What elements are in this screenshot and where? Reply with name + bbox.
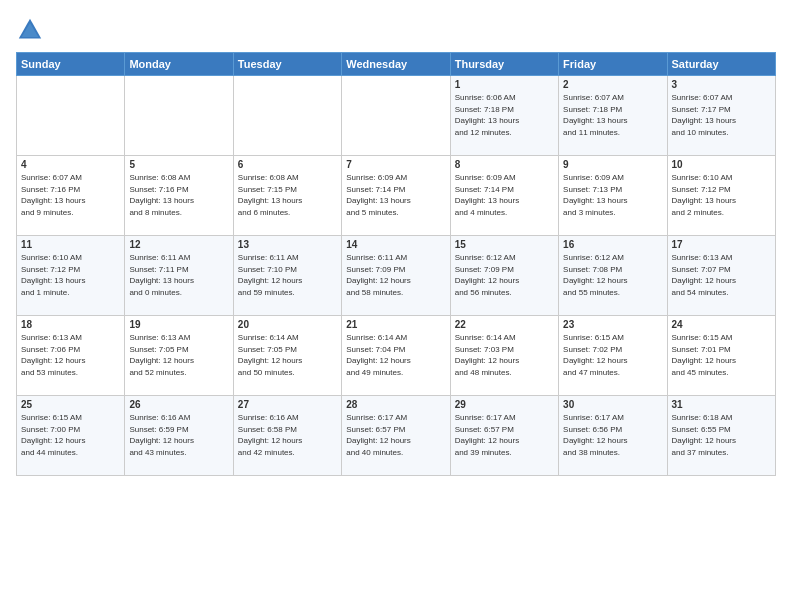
day-info: Sunrise: 6:10 AM Sunset: 7:12 PM Dayligh… bbox=[21, 252, 120, 298]
day-number: 14 bbox=[346, 239, 445, 250]
day-number: 9 bbox=[563, 159, 662, 170]
day-info: Sunrise: 6:07 AM Sunset: 7:17 PM Dayligh… bbox=[672, 92, 771, 138]
day-info: Sunrise: 6:15 AM Sunset: 7:02 PM Dayligh… bbox=[563, 332, 662, 378]
day-cell: 3Sunrise: 6:07 AM Sunset: 7:17 PM Daylig… bbox=[667, 76, 775, 156]
day-cell: 17Sunrise: 6:13 AM Sunset: 7:07 PM Dayli… bbox=[667, 236, 775, 316]
day-cell: 18Sunrise: 6:13 AM Sunset: 7:06 PM Dayli… bbox=[17, 316, 125, 396]
day-info: Sunrise: 6:08 AM Sunset: 7:15 PM Dayligh… bbox=[238, 172, 337, 218]
col-header-sunday: Sunday bbox=[17, 53, 125, 76]
day-info: Sunrise: 6:07 AM Sunset: 7:18 PM Dayligh… bbox=[563, 92, 662, 138]
day-cell: 12Sunrise: 6:11 AM Sunset: 7:11 PM Dayli… bbox=[125, 236, 233, 316]
day-number: 30 bbox=[563, 399, 662, 410]
day-info: Sunrise: 6:14 AM Sunset: 7:04 PM Dayligh… bbox=[346, 332, 445, 378]
day-number: 21 bbox=[346, 319, 445, 330]
day-number: 15 bbox=[455, 239, 554, 250]
day-info: Sunrise: 6:15 AM Sunset: 7:01 PM Dayligh… bbox=[672, 332, 771, 378]
week-row-4: 18Sunrise: 6:13 AM Sunset: 7:06 PM Dayli… bbox=[17, 316, 776, 396]
day-cell: 5Sunrise: 6:08 AM Sunset: 7:16 PM Daylig… bbox=[125, 156, 233, 236]
day-number: 17 bbox=[672, 239, 771, 250]
day-cell: 27Sunrise: 6:16 AM Sunset: 6:58 PM Dayli… bbox=[233, 396, 341, 476]
day-cell: 14Sunrise: 6:11 AM Sunset: 7:09 PM Dayli… bbox=[342, 236, 450, 316]
day-number: 7 bbox=[346, 159, 445, 170]
day-info: Sunrise: 6:14 AM Sunset: 7:05 PM Dayligh… bbox=[238, 332, 337, 378]
day-number: 4 bbox=[21, 159, 120, 170]
day-number: 31 bbox=[672, 399, 771, 410]
col-header-monday: Monday bbox=[125, 53, 233, 76]
day-number: 13 bbox=[238, 239, 337, 250]
day-number: 22 bbox=[455, 319, 554, 330]
day-cell: 30Sunrise: 6:17 AM Sunset: 6:56 PM Dayli… bbox=[559, 396, 667, 476]
day-info: Sunrise: 6:09 AM Sunset: 7:13 PM Dayligh… bbox=[563, 172, 662, 218]
logo bbox=[16, 16, 48, 44]
day-number: 5 bbox=[129, 159, 228, 170]
day-number: 12 bbox=[129, 239, 228, 250]
header-row: SundayMondayTuesdayWednesdayThursdayFrid… bbox=[17, 53, 776, 76]
day-number: 19 bbox=[129, 319, 228, 330]
col-header-thursday: Thursday bbox=[450, 53, 558, 76]
day-cell: 7Sunrise: 6:09 AM Sunset: 7:14 PM Daylig… bbox=[342, 156, 450, 236]
day-info: Sunrise: 6:09 AM Sunset: 7:14 PM Dayligh… bbox=[455, 172, 554, 218]
day-info: Sunrise: 6:07 AM Sunset: 7:16 PM Dayligh… bbox=[21, 172, 120, 218]
calendar-table: SundayMondayTuesdayWednesdayThursdayFrid… bbox=[16, 52, 776, 476]
day-info: Sunrise: 6:17 AM Sunset: 6:56 PM Dayligh… bbox=[563, 412, 662, 458]
day-cell bbox=[342, 76, 450, 156]
day-info: Sunrise: 6:17 AM Sunset: 6:57 PM Dayligh… bbox=[455, 412, 554, 458]
day-info: Sunrise: 6:13 AM Sunset: 7:06 PM Dayligh… bbox=[21, 332, 120, 378]
day-info: Sunrise: 6:10 AM Sunset: 7:12 PM Dayligh… bbox=[672, 172, 771, 218]
day-number: 25 bbox=[21, 399, 120, 410]
day-number: 26 bbox=[129, 399, 228, 410]
day-cell: 20Sunrise: 6:14 AM Sunset: 7:05 PM Dayli… bbox=[233, 316, 341, 396]
col-header-saturday: Saturday bbox=[667, 53, 775, 76]
day-cell: 2Sunrise: 6:07 AM Sunset: 7:18 PM Daylig… bbox=[559, 76, 667, 156]
day-info: Sunrise: 6:13 AM Sunset: 7:05 PM Dayligh… bbox=[129, 332, 228, 378]
day-cell: 6Sunrise: 6:08 AM Sunset: 7:15 PM Daylig… bbox=[233, 156, 341, 236]
day-number: 24 bbox=[672, 319, 771, 330]
week-row-1: 1Sunrise: 6:06 AM Sunset: 7:18 PM Daylig… bbox=[17, 76, 776, 156]
day-number: 8 bbox=[455, 159, 554, 170]
day-number: 18 bbox=[21, 319, 120, 330]
day-info: Sunrise: 6:06 AM Sunset: 7:18 PM Dayligh… bbox=[455, 92, 554, 138]
week-row-2: 4Sunrise: 6:07 AM Sunset: 7:16 PM Daylig… bbox=[17, 156, 776, 236]
col-header-tuesday: Tuesday bbox=[233, 53, 341, 76]
day-number: 6 bbox=[238, 159, 337, 170]
day-info: Sunrise: 6:12 AM Sunset: 7:08 PM Dayligh… bbox=[563, 252, 662, 298]
day-info: Sunrise: 6:08 AM Sunset: 7:16 PM Dayligh… bbox=[129, 172, 228, 218]
day-cell: 23Sunrise: 6:15 AM Sunset: 7:02 PM Dayli… bbox=[559, 316, 667, 396]
day-info: Sunrise: 6:16 AM Sunset: 6:58 PM Dayligh… bbox=[238, 412, 337, 458]
day-number: 1 bbox=[455, 79, 554, 90]
day-cell: 28Sunrise: 6:17 AM Sunset: 6:57 PM Dayli… bbox=[342, 396, 450, 476]
day-cell: 19Sunrise: 6:13 AM Sunset: 7:05 PM Dayli… bbox=[125, 316, 233, 396]
day-info: Sunrise: 6:11 AM Sunset: 7:10 PM Dayligh… bbox=[238, 252, 337, 298]
week-row-3: 11Sunrise: 6:10 AM Sunset: 7:12 PM Dayli… bbox=[17, 236, 776, 316]
day-cell bbox=[233, 76, 341, 156]
day-cell: 11Sunrise: 6:10 AM Sunset: 7:12 PM Dayli… bbox=[17, 236, 125, 316]
day-cell: 13Sunrise: 6:11 AM Sunset: 7:10 PM Dayli… bbox=[233, 236, 341, 316]
day-info: Sunrise: 6:16 AM Sunset: 6:59 PM Dayligh… bbox=[129, 412, 228, 458]
day-number: 3 bbox=[672, 79, 771, 90]
header bbox=[16, 16, 776, 44]
col-header-friday: Friday bbox=[559, 53, 667, 76]
day-number: 10 bbox=[672, 159, 771, 170]
day-cell bbox=[125, 76, 233, 156]
day-info: Sunrise: 6:18 AM Sunset: 6:55 PM Dayligh… bbox=[672, 412, 771, 458]
day-cell: 15Sunrise: 6:12 AM Sunset: 7:09 PM Dayli… bbox=[450, 236, 558, 316]
day-number: 2 bbox=[563, 79, 662, 90]
day-info: Sunrise: 6:14 AM Sunset: 7:03 PM Dayligh… bbox=[455, 332, 554, 378]
day-cell: 24Sunrise: 6:15 AM Sunset: 7:01 PM Dayli… bbox=[667, 316, 775, 396]
day-cell: 26Sunrise: 6:16 AM Sunset: 6:59 PM Dayli… bbox=[125, 396, 233, 476]
day-number: 29 bbox=[455, 399, 554, 410]
day-cell: 16Sunrise: 6:12 AM Sunset: 7:08 PM Dayli… bbox=[559, 236, 667, 316]
day-number: 20 bbox=[238, 319, 337, 330]
day-number: 23 bbox=[563, 319, 662, 330]
day-cell: 25Sunrise: 6:15 AM Sunset: 7:00 PM Dayli… bbox=[17, 396, 125, 476]
day-number: 27 bbox=[238, 399, 337, 410]
week-row-5: 25Sunrise: 6:15 AM Sunset: 7:00 PM Dayli… bbox=[17, 396, 776, 476]
day-cell: 8Sunrise: 6:09 AM Sunset: 7:14 PM Daylig… bbox=[450, 156, 558, 236]
day-cell: 21Sunrise: 6:14 AM Sunset: 7:04 PM Dayli… bbox=[342, 316, 450, 396]
day-cell: 1Sunrise: 6:06 AM Sunset: 7:18 PM Daylig… bbox=[450, 76, 558, 156]
day-info: Sunrise: 6:11 AM Sunset: 7:11 PM Dayligh… bbox=[129, 252, 228, 298]
day-cell: 4Sunrise: 6:07 AM Sunset: 7:16 PM Daylig… bbox=[17, 156, 125, 236]
day-number: 11 bbox=[21, 239, 120, 250]
day-number: 28 bbox=[346, 399, 445, 410]
day-info: Sunrise: 6:13 AM Sunset: 7:07 PM Dayligh… bbox=[672, 252, 771, 298]
